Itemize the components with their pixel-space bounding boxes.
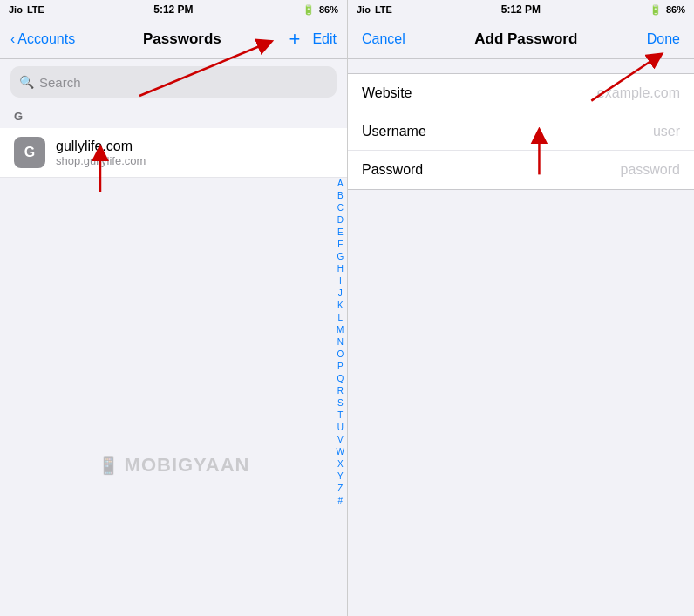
done-button[interactable]: Done	[647, 31, 680, 47]
alpha-letter-t[interactable]: T	[337, 410, 343, 422]
website-label: Website	[362, 85, 458, 101]
alpha-letter-w[interactable]: W	[337, 446, 344, 458]
alpha-letter-i[interactable]: I	[339, 275, 342, 288]
alpha-letter-m[interactable]: M	[337, 324, 344, 336]
edit-button[interactable]: Edit	[312, 31, 337, 47]
list-item[interactable]: G gullylife.com shop.gullylife.com	[0, 128, 347, 178]
right-network: LTE	[375, 4, 392, 15]
left-nav-bar: ‹ Accounts Passwords + Edit	[0, 19, 347, 59]
website-input[interactable]: example.com	[458, 85, 680, 101]
left-battery: 86%	[319, 4, 338, 15]
avatar: G	[14, 137, 45, 168]
alpha-letter-r[interactable]: R	[337, 385, 344, 397]
watermark: 📱 MOBIGYAAN	[98, 454, 250, 477]
left-battery-icon: 🔋	[303, 4, 315, 16]
alpha-letter-d[interactable]: D	[337, 214, 344, 227]
username-input[interactable]: user	[458, 124, 680, 139]
alpha-letter-p[interactable]: P	[337, 361, 344, 373]
username-label: Username	[362, 124, 458, 139]
left-time: 5:12 PM	[153, 3, 193, 16]
left-network: LTE	[27, 4, 44, 15]
alpha-letter-a[interactable]: A	[337, 178, 344, 190]
alpha-letter-f[interactable]: F	[337, 239, 343, 251]
account-sub: shop.gullylife.com	[56, 154, 146, 167]
search-input[interactable]: Search	[39, 75, 81, 90]
alpha-letter-k[interactable]: K	[337, 300, 344, 312]
alpha-letter-g[interactable]: G	[337, 251, 344, 263]
alpha-letter-u[interactable]: U	[337, 422, 344, 434]
alpha-letter-o[interactable]: O	[337, 349, 344, 361]
accounts-back-label: Accounts	[17, 31, 75, 47]
right-time: 5:12 PM	[501, 3, 541, 16]
right-battery-icon: 🔋	[650, 4, 662, 16]
alpha-letter-#[interactable]: #	[337, 495, 343, 507]
search-bar[interactable]: 🔍 Search	[10, 66, 337, 98]
password-label: Password	[362, 162, 458, 178]
alpha-index[interactable]: ABCDEFGHIJKLMNOPQRSTUVWXYZ#	[334, 174, 347, 511]
alpha-letter-q[interactable]: Q	[337, 373, 344, 385]
password-row[interactable]: Password password	[348, 151, 694, 189]
alpha-letter-h[interactable]: H	[337, 263, 344, 275]
add-password-button[interactable]: +	[289, 30, 301, 49]
left-status-right: 🔋 86%	[303, 4, 338, 16]
left-status-bar: Jio LTE 5:12 PM 🔋 86%	[0, 0, 347, 19]
search-bar-container: 🔍 Search	[0, 59, 347, 105]
left-panel: Jio LTE 5:12 PM 🔋 86% ‹ Accounts Passwor…	[0, 0, 347, 616]
chevron-left-icon: ‹	[10, 31, 15, 47]
alpha-letter-s[interactable]: S	[337, 397, 344, 410]
alpha-letter-j[interactable]: J	[338, 288, 343, 300]
alpha-letter-n[interactable]: N	[337, 336, 344, 349]
alpha-letter-c[interactable]: C	[337, 202, 344, 214]
nav-actions: + Edit	[289, 30, 337, 49]
password-input[interactable]: password	[458, 162, 680, 178]
alpha-letter-x[interactable]: X	[337, 458, 344, 470]
right-nav-bar: Cancel Add Password Done	[348, 19, 694, 59]
add-password-title: Add Password	[474, 30, 577, 48]
alpha-letter-e[interactable]: E	[337, 227, 344, 239]
alpha-letter-y[interactable]: Y	[337, 470, 344, 483]
right-carrier: Jio	[357, 4, 371, 15]
right-panel: Jio LTE 5:12 PM 🔋 86% Cancel Add Passwor…	[347, 0, 694, 616]
account-list: G gullylife.com shop.gullylife.com	[0, 128, 347, 178]
account-name: gullylife.com	[56, 139, 146, 154]
right-status-left: Jio LTE	[357, 4, 392, 15]
watermark-text: MOBIGYAAN	[125, 454, 250, 477]
alpha-letter-v[interactable]: V	[337, 434, 344, 446]
accounts-back-button[interactable]: ‹ Accounts	[10, 31, 75, 47]
right-status-bar: Jio LTE 5:12 PM 🔋 86%	[348, 0, 694, 19]
right-status-right: 🔋 86%	[650, 4, 685, 16]
add-password-form: Website example.com Username user Passwo…	[348, 73, 694, 190]
search-icon: 🔍	[19, 75, 34, 89]
alpha-letter-z[interactable]: Z	[337, 483, 343, 495]
username-row[interactable]: Username user	[348, 112, 694, 151]
cancel-button[interactable]: Cancel	[362, 31, 405, 47]
left-carrier: Jio	[9, 4, 23, 15]
alpha-letter-b[interactable]: B	[337, 190, 344, 202]
left-status-left: Jio LTE	[9, 4, 44, 15]
section-header-g: G	[0, 105, 347, 128]
passwords-title: Passwords	[143, 30, 221, 48]
website-row[interactable]: Website example.com	[348, 74, 694, 112]
right-battery: 86%	[666, 4, 685, 15]
account-info: gullylife.com shop.gullylife.com	[56, 139, 146, 167]
alpha-letter-l[interactable]: L	[337, 312, 343, 324]
